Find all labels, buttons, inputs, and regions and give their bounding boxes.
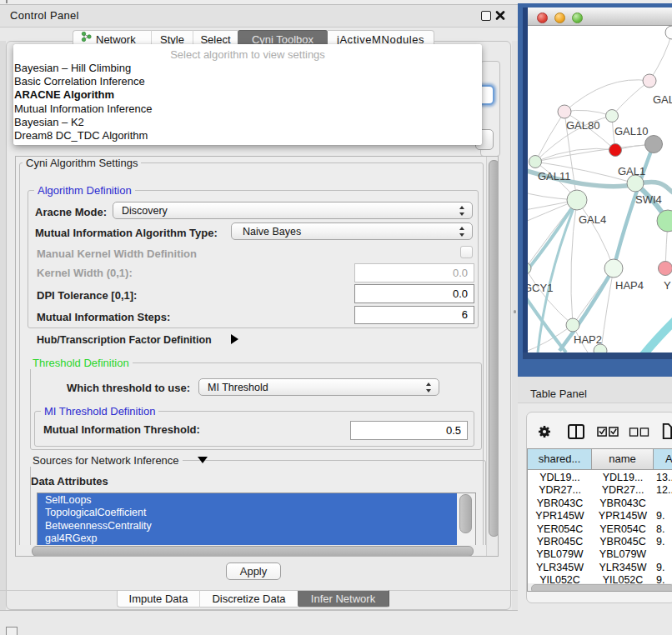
svg-text:GAL4: GAL4	[579, 213, 606, 226]
svg-text:Y: Y	[664, 279, 671, 292]
svg-text:SWI4: SWI4	[635, 193, 662, 206]
svg-text:GAL10: GAL10	[614, 125, 648, 138]
svg-text:GAL11: GAL11	[538, 170, 571, 182]
svg-text:GAL2: GAL2	[653, 93, 672, 106]
svg-text:GAL1: GAL1	[618, 165, 645, 178]
svg-text:GCY1: GCY1	[528, 282, 553, 294]
svg-text:HAP2: HAP2	[574, 333, 602, 346]
svg-text:GAL80: GAL80	[566, 119, 599, 132]
svg-text:HAP4: HAP4	[615, 279, 644, 292]
